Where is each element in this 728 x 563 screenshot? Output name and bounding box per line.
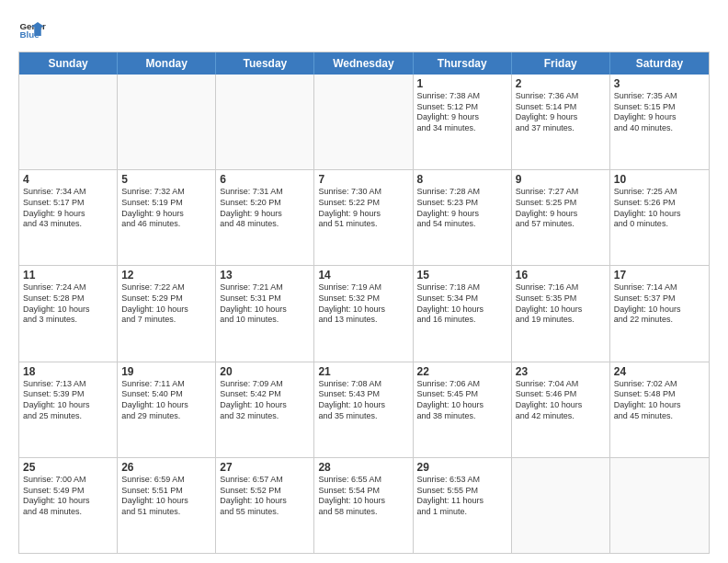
cell-info-line: Sunrise: 7:06 AM	[417, 379, 507, 390]
cell-info-line: and 42 minutes.	[516, 411, 606, 422]
day-number: 7	[318, 173, 408, 186]
day-number: 18	[23, 365, 113, 378]
cell-info-line: Sunrise: 7:18 AM	[417, 282, 507, 293]
cell-info-line: and 54 minutes.	[417, 219, 507, 230]
cell-info-line: Sunset: 5:31 PM	[220, 293, 310, 304]
cell-info-line: Sunset: 5:32 PM	[318, 293, 408, 304]
cell-info-line: Sunrise: 7:25 AM	[614, 187, 705, 198]
cell-info-line: and 48 minutes.	[23, 507, 113, 518]
calendar-cell: 2Sunrise: 7:36 AMSunset: 5:14 PMDaylight…	[512, 75, 610, 169]
cell-info-line: and 38 minutes.	[417, 411, 507, 422]
cell-info-line: Sunset: 5:54 PM	[318, 486, 408, 497]
cell-info-line: and 55 minutes.	[220, 507, 310, 518]
cell-info-line: Sunrise: 7:16 AM	[516, 282, 606, 293]
day-number: 2	[516, 77, 606, 90]
cell-info-line: and 57 minutes.	[516, 219, 606, 230]
cell-info-line: Sunrise: 6:59 AM	[121, 475, 211, 486]
page-header: General Blue	[18, 17, 710, 44]
cell-info-line: Sunrise: 7:09 AM	[220, 379, 310, 390]
cell-info-line: and 22 minutes.	[614, 315, 705, 326]
cell-info-line: Daylight: 9 hours	[318, 209, 408, 220]
day-number: 23	[516, 365, 606, 378]
calendar-cell: 22Sunrise: 7:06 AMSunset: 5:45 PMDayligh…	[414, 362, 512, 457]
cell-info-line: and 45 minutes.	[614, 411, 705, 422]
cell-info-line: Sunset: 5:25 PM	[516, 198, 606, 209]
day-number: 22	[417, 365, 507, 378]
calendar-cell: 19Sunrise: 7:11 AMSunset: 5:40 PMDayligh…	[118, 362, 216, 457]
cell-info-line: Sunset: 5:14 PM	[516, 102, 606, 113]
cell-info-line: Sunset: 5:42 PM	[220, 389, 310, 400]
calendar-cell: 21Sunrise: 7:08 AMSunset: 5:43 PMDayligh…	[314, 362, 413, 457]
cell-info-line: Daylight: 9 hours	[516, 209, 606, 220]
cell-info-line: Sunrise: 7:32 AM	[121, 187, 211, 198]
calendar-body: 1Sunrise: 7:38 AMSunset: 5:12 PMDaylight…	[19, 75, 709, 553]
cell-info-line: Sunrise: 7:27 AM	[516, 187, 606, 198]
cell-info-line: Sunrise: 7:11 AM	[121, 379, 211, 390]
cell-info-line: Sunrise: 6:57 AM	[220, 475, 310, 486]
day-number: 17	[614, 269, 705, 282]
day-number: 29	[417, 461, 507, 474]
calendar-cell: 14Sunrise: 7:19 AMSunset: 5:32 PMDayligh…	[314, 266, 413, 361]
cell-info-line: Daylight: 9 hours	[220, 209, 310, 220]
day-number: 24	[614, 365, 705, 378]
calendar-cell: 5Sunrise: 7:32 AMSunset: 5:19 PMDaylight…	[118, 170, 216, 265]
cell-info-line: Daylight: 10 hours	[121, 496, 211, 507]
cell-info-line: and 34 minutes.	[417, 123, 507, 134]
calendar-cell: 20Sunrise: 7:09 AMSunset: 5:42 PMDayligh…	[216, 362, 314, 457]
cell-info-line: and 29 minutes.	[121, 411, 211, 422]
cell-info-line: Sunrise: 7:30 AM	[318, 187, 408, 198]
calendar-cell: 1Sunrise: 7:38 AMSunset: 5:12 PMDaylight…	[414, 75, 512, 169]
cell-info-line: Sunset: 5:43 PM	[318, 389, 408, 400]
cell-info-line: Daylight: 10 hours	[318, 496, 408, 507]
day-number: 25	[23, 461, 113, 474]
cell-info-line: Sunrise: 6:55 AM	[318, 475, 408, 486]
cell-info-line: Daylight: 10 hours	[220, 304, 310, 316]
cell-info-line: and 32 minutes.	[220, 411, 310, 422]
cell-info-line: Sunset: 5:29 PM	[121, 293, 211, 304]
cell-info-line: Sunset: 5:37 PM	[614, 293, 705, 304]
cell-info-line: Daylight: 9 hours	[417, 112, 507, 123]
cell-info-line: Sunrise: 7:22 AM	[121, 282, 211, 293]
cell-info-line: Sunrise: 7:14 AM	[614, 282, 705, 293]
cell-info-line: Sunset: 5:28 PM	[23, 293, 113, 304]
cell-info-line: and 35 minutes.	[318, 411, 408, 422]
calendar-cell: 3Sunrise: 7:35 AMSunset: 5:15 PMDaylight…	[610, 75, 709, 169]
cell-info-line: Daylight: 11 hours	[417, 496, 507, 507]
cell-info-line: Sunset: 5:39 PM	[23, 389, 113, 400]
cell-info-line: Daylight: 10 hours	[614, 209, 705, 220]
cell-info-line: Sunrise: 7:00 AM	[23, 475, 113, 486]
cell-info-line: Sunrise: 7:24 AM	[23, 282, 113, 293]
header-day-wednesday: Wednesday	[314, 52, 413, 75]
cell-info-line: Sunrise: 7:02 AM	[614, 379, 705, 390]
header-day-thursday: Thursday	[414, 52, 512, 75]
day-number: 16	[516, 269, 606, 282]
header-day-saturday: Saturday	[610, 52, 709, 75]
cell-info-line: Sunrise: 6:53 AM	[417, 475, 507, 486]
cell-info-line: Daylight: 10 hours	[220, 496, 310, 507]
calendar-cell: 25Sunrise: 7:00 AMSunset: 5:49 PMDayligh…	[19, 458, 118, 553]
cell-info-line: Sunset: 5:23 PM	[417, 198, 507, 209]
calendar-cell: 27Sunrise: 6:57 AMSunset: 5:52 PMDayligh…	[216, 458, 314, 553]
cell-info-line: and 37 minutes.	[516, 123, 606, 134]
cell-info-line: Sunset: 5:48 PM	[614, 389, 705, 400]
calendar: SundayMondayTuesdayWednesdayThursdayFrid…	[18, 52, 710, 554]
cell-info-line: Sunset: 5:20 PM	[220, 198, 310, 209]
cell-info-line: Daylight: 10 hours	[614, 304, 705, 316]
cell-info-line: Daylight: 10 hours	[614, 400, 705, 411]
cell-info-line: Daylight: 10 hours	[121, 304, 211, 316]
header-day-friday: Friday	[512, 52, 610, 75]
cell-info-line: Daylight: 10 hours	[516, 304, 606, 316]
cell-info-line: Sunset: 5:17 PM	[23, 198, 113, 209]
calendar-cell: 26Sunrise: 6:59 AMSunset: 5:51 PMDayligh…	[118, 458, 216, 553]
cell-info-line: Sunrise: 7:04 AM	[516, 379, 606, 390]
cell-info-line: and 0 minutes.	[614, 219, 705, 230]
cell-info-line: Daylight: 10 hours	[417, 304, 507, 316]
header-day-tuesday: Tuesday	[216, 52, 314, 75]
day-number: 27	[220, 461, 310, 474]
logo: General Blue	[18, 17, 46, 44]
day-number: 19	[121, 365, 211, 378]
day-number: 10	[614, 173, 705, 186]
calendar-cell	[512, 458, 610, 553]
cell-info-line: and 51 minutes.	[318, 219, 408, 230]
calendar-cell: 28Sunrise: 6:55 AMSunset: 5:54 PMDayligh…	[314, 458, 413, 553]
